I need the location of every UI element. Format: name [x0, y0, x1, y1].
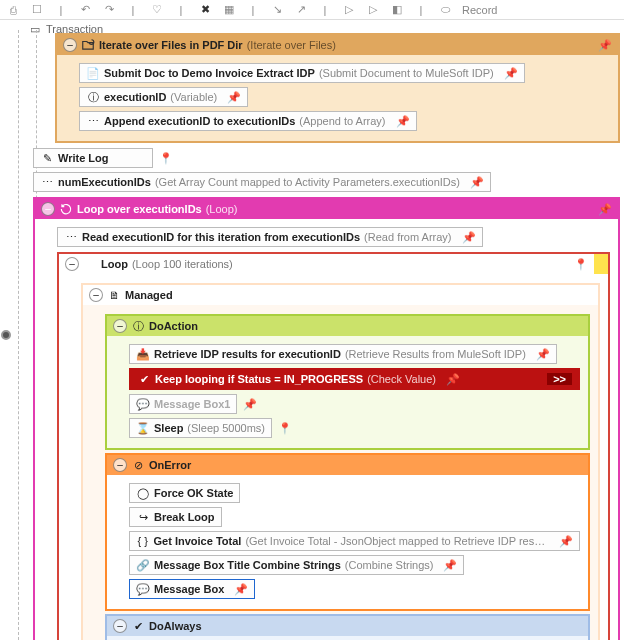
iterate-container[interactable]: – Iterate over Files in PDF Dir (Iterate… — [55, 33, 620, 143]
step-title: executionID — [104, 91, 166, 103]
toolbar-btn[interactable]: ⎙ — [6, 3, 20, 17]
pin-icon[interactable]: 📌 — [396, 115, 410, 128]
toolbar-btn[interactable]: ▷ — [366, 3, 380, 17]
pin-icon[interactable]: 📌 — [234, 583, 248, 596]
loop100-sub: (Loop 100 iterations) — [132, 258, 233, 270]
collapse-icon[interactable]: – — [113, 619, 127, 633]
unpin-icon[interactable]: 📍 — [278, 422, 292, 435]
managed-container[interactable]: – 🗎 Managed – ⓘ DoAction — [81, 283, 600, 640]
pin-icon[interactable]: 📌 — [559, 535, 573, 548]
pin-icon[interactable]: 📌 — [598, 39, 612, 52]
step-title: Submit Doc to Demo Invoice Extract IDP — [104, 67, 315, 79]
record-button[interactable]: Record — [462, 3, 497, 17]
managed-header[interactable]: – 🗎 Managed — [83, 285, 598, 305]
doaction-title: DoAction — [149, 320, 198, 332]
toolbar-btn[interactable]: ↗ — [294, 3, 308, 17]
toolbar-btn[interactable]: ⬭ — [438, 3, 452, 17]
step-title: Keep looping if Status = IN_PROGRESS — [155, 373, 363, 385]
step-message-box1[interactable]: 💬 Message Box1 — [129, 394, 237, 414]
collapse-icon[interactable]: – — [65, 257, 79, 271]
doalways-header[interactable]: – ✔ DoAlways — [107, 616, 588, 636]
step-title: Append executionID to executionIDs — [104, 115, 295, 127]
step-sleep[interactable]: ⌛ Sleep (Sleep 5000ms) — [129, 418, 272, 438]
pin-icon[interactable]: 📌 — [536, 348, 550, 361]
loop-handle[interactable] — [594, 254, 608, 274]
step-submit-idp[interactable]: 📄 Submit Doc to Demo Invoice Extract IDP… — [79, 63, 525, 83]
step-title: Force OK State — [154, 487, 233, 499]
pin-icon[interactable]: 📌 — [598, 203, 612, 216]
unpin-icon[interactable]: 📍 — [159, 152, 173, 165]
step-sub: (Retrieve Results from MuleSoft IDP) — [345, 348, 526, 360]
doaction-container[interactable]: – ⓘ DoAction 📥 Retrieve IDP results for … — [105, 314, 590, 450]
pin-icon[interactable]: 📌 — [504, 67, 518, 80]
toolbar-btn[interactable]: ↷ — [102, 3, 116, 17]
tree-guide — [18, 30, 19, 640]
collapse-icon[interactable]: – — [113, 458, 127, 472]
pin-icon[interactable]: 📌 — [470, 176, 484, 189]
step-force-ok[interactable]: ◯ Force OK State — [129, 483, 240, 503]
collapse-icon[interactable]: – — [113, 319, 127, 333]
unpin-icon[interactable]: 📍 — [574, 258, 588, 271]
toolbar-btn[interactable]: ☐ — [30, 3, 44, 17]
toolbar-btn[interactable]: ▦ — [222, 3, 236, 17]
tree-handle[interactable] — [1, 330, 11, 340]
pin-icon[interactable]: 📌 — [243, 398, 257, 411]
toolbar-sep: | — [174, 3, 188, 17]
step-sub: (Sleep 5000ms) — [187, 422, 265, 434]
toolbar-btn[interactable]: ♡ — [150, 3, 164, 17]
loop-exec-sub: (Loop) — [206, 203, 238, 215]
variable-icon: ⓘ — [86, 90, 100, 104]
loop-100-container[interactable]: – Loop (Loop 100 iterations) 📍 — [57, 252, 610, 640]
iterate-header[interactable]: – Iterate over Files in PDF Dir (Iterate… — [57, 35, 618, 55]
expand-icon[interactable]: >> — [547, 373, 572, 385]
doalways-container[interactable]: – ✔ DoAlways Drop items here... — [105, 614, 590, 640]
step-message-box[interactable]: 💬 Message Box 📌 — [129, 579, 255, 599]
collapse-icon[interactable]: – — [41, 202, 55, 216]
step-write-log[interactable]: ✎ Write Log — [33, 148, 153, 168]
collapse-icon[interactable]: – — [89, 288, 103, 302]
collapse-icon[interactable]: – — [63, 38, 77, 52]
toolbar-btn[interactable]: ✖ — [198, 3, 212, 17]
onerror-header[interactable]: – ⊘ OnError — [107, 455, 588, 475]
message-icon: 💬 — [136, 582, 150, 596]
toolbar-btn[interactable]: ↘ — [270, 3, 284, 17]
message-icon: 💬 — [136, 397, 150, 411]
loop-executionids-container[interactable]: – Loop over executionIDs (Loop) 📌 ⋯ Read… — [33, 197, 620, 640]
step-sub: (Submit Document to MuleSoft IDP) — [319, 67, 494, 79]
toolbar-btn[interactable]: ▷ — [342, 3, 356, 17]
step-num-executionids[interactable]: ⋯ numExecutionIDs (Get Array Count mappe… — [33, 172, 491, 192]
onerror-container[interactable]: – ⊘ OnError ◯ Force OK State — [105, 453, 590, 611]
step-title: Message Box1 — [154, 398, 230, 410]
doaction-header[interactable]: – ⓘ DoAction — [107, 316, 588, 336]
retrieve-icon: 📥 — [136, 347, 150, 361]
transaction-icon: ▭ — [28, 22, 42, 36]
step-combine-strings[interactable]: 🔗 Message Box Title Combine Strings (Com… — [129, 555, 464, 575]
step-title: numExecutionIDs — [58, 176, 151, 188]
step-keep-looping[interactable]: ✔ Keep looping if Status = IN_PROGRESS (… — [129, 368, 580, 390]
iterate-title: Iterate over Files in PDF Dir — [99, 39, 243, 51]
step-append-array[interactable]: ⋯ Append executionID to executionIDs (Ap… — [79, 111, 417, 131]
read-array-icon: ⋯ — [64, 230, 78, 244]
step-read-executionid[interactable]: ⋯ Read executionID for this iteration fr… — [57, 227, 483, 247]
pin-icon[interactable]: 📌 — [462, 231, 476, 244]
step-title: Read executionID for this iteration from… — [82, 231, 360, 243]
step-get-invoice-total[interactable]: { } Get Invoice Total (Get Invoice Total… — [129, 531, 580, 551]
loop-exec-header[interactable]: – Loop over executionIDs (Loop) 📌 — [35, 199, 618, 219]
loop-icon — [59, 202, 73, 216]
doalways-title: DoAlways — [149, 620, 202, 632]
toolbar-btn[interactable]: ◧ — [390, 3, 404, 17]
toolbar-sep: | — [126, 3, 140, 17]
step-title: Message Box — [154, 583, 224, 595]
folder-loop-icon — [81, 38, 95, 52]
step-sub: (Get Array Count mapped to Activity Para… — [155, 176, 460, 188]
loop-100-header[interactable]: – Loop (Loop 100 iterations) 📍 — [59, 254, 594, 274]
toolbar-btn[interactable]: ↶ — [78, 3, 92, 17]
step-sub: (Variable) — [170, 91, 217, 103]
pin-icon[interactable]: 📌 — [443, 559, 457, 572]
pin-icon[interactable]: 📌 — [446, 373, 460, 386]
pin-icon[interactable]: 📌 — [227, 91, 241, 104]
step-retrieve-idp[interactable]: 📥 Retrieve IDP results for executionID (… — [129, 344, 557, 364]
step-executionid-var[interactable]: ⓘ executionID (Variable) 📌 — [79, 87, 248, 107]
step-break-loop[interactable]: ↪ Break Loop — [129, 507, 222, 527]
json-icon: { } — [136, 534, 150, 548]
